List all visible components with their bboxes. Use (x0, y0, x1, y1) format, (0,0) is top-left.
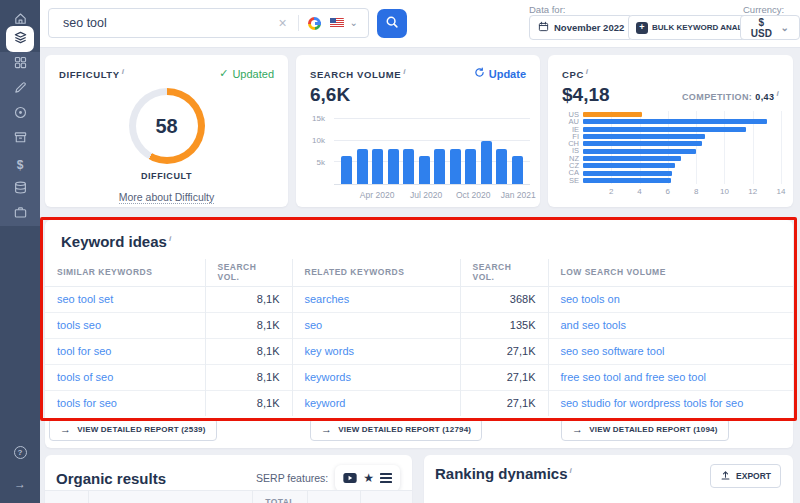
view-detailed-report-similar-button[interactable]: → VIEW DETAILED REPORT (2539) (49, 418, 217, 441)
x-tick-label: 10 (720, 187, 729, 196)
info-icon[interactable]: i (586, 67, 589, 76)
export-button[interactable]: EXPORT (710, 464, 781, 488)
date-picker-button[interactable]: November 2022 (529, 15, 633, 40)
y-tick-label: 10k (312, 136, 325, 145)
plus-square-icon: + (636, 22, 648, 34)
sidebar: $ ? → (0, 0, 40, 503)
organic-results-title: Organic results (56, 470, 166, 487)
table-row: seo tool set 8,1K searches 368K seo tool… (45, 286, 793, 312)
difficulty-gauge: 58 (129, 88, 205, 164)
cpc-row: CZ (562, 162, 781, 169)
search-volume-cell: 8,1K (205, 390, 292, 416)
cpc-row: IS (562, 147, 781, 154)
search-input[interactable] (61, 15, 271, 31)
column-header[interactable]: SIMILAR KEYWORDS (45, 259, 205, 286)
view-detailed-report-related-button[interactable]: → VIEW DETAILED REPORT (12794) (310, 418, 482, 441)
arrow-right-icon: → (60, 424, 71, 435)
x-tick-label: 12 (748, 187, 757, 196)
keyword-link[interactable]: seo (292, 312, 460, 338)
sidebar-item-tracking[interactable] (0, 102, 40, 127)
cpc-bar (583, 171, 672, 176)
star-icon[interactable]: ★ (363, 472, 374, 484)
keyword-link[interactable]: keyword (292, 390, 460, 416)
sidebar-item-editor[interactable] (0, 77, 40, 102)
topbar: × ⌄ Data for: November 2022 + BULK KEYWO… (40, 0, 800, 48)
keyword-link[interactable]: keywords (292, 364, 460, 390)
keyword-link[interactable]: seo tool set (45, 286, 205, 312)
search-volume-cell: 27,1K (460, 364, 548, 390)
column-header[interactable]: SEARCH VOL. (460, 259, 548, 286)
ranking-dynamics-title: Ranking dynamicsi (435, 465, 572, 482)
sidebar-item-help[interactable]: ? (0, 440, 40, 464)
sidebar-item-database[interactable] (0, 177, 40, 202)
video-icon[interactable] (343, 469, 357, 487)
cpc-row: AU (562, 118, 781, 125)
search-volume-cell: 8,1K (205, 286, 292, 312)
database-icon (13, 180, 28, 199)
refresh-icon (474, 67, 485, 80)
update-link[interactable]: Update (474, 67, 526, 80)
cpc-bar (583, 141, 702, 146)
x-tick-label: 2 (609, 187, 613, 196)
cpc-row: SE (562, 177, 781, 184)
cpc-bar (583, 112, 642, 117)
arrow-right-icon: → (321, 424, 332, 435)
table-row: tool for seo 8,1K key words 27,1K seo se… (45, 338, 793, 364)
info-icon[interactable]: i (403, 67, 406, 76)
keyword-link[interactable]: key words (292, 338, 460, 364)
cpc-row: NZ (562, 155, 781, 162)
chevron-down-icon[interactable]: ⌄ (348, 18, 360, 28)
sidebar-item-pricing[interactable]: $ (0, 152, 40, 177)
dollar-icon: $ (17, 159, 24, 171)
x-tick-label: Jan 2021 (501, 190, 536, 200)
organic-results-card: Organic results SERP features: ★ (45, 455, 412, 503)
sidebar-item-keyword-research-active[interactable] (6, 26, 34, 52)
ranking-dynamics-card: Ranking dynamicsi EXPORT (424, 455, 793, 503)
x-tick-label: 8 (694, 187, 698, 196)
info-icon[interactable]: i (122, 67, 125, 76)
info-icon[interactable]: i (570, 466, 572, 475)
us-flag-icon (330, 18, 344, 28)
keyword-link[interactable]: tools of seo (45, 364, 205, 390)
search-volume-cell: 27,1K (460, 390, 548, 416)
export-icon (720, 470, 731, 483)
keyword-link[interactable]: seo tools on (548, 286, 793, 312)
more-about-difficulty-link[interactable]: More about Difficulty (119, 191, 215, 204)
column-header[interactable]: RELATED KEYWORDS (292, 259, 460, 286)
column-header[interactable]: LOW SEARCH VOLUME (548, 259, 793, 286)
keyword-link[interactable]: and seo tools (548, 312, 793, 338)
search-icon (385, 15, 399, 32)
keyword-link[interactable]: tools seo (45, 312, 205, 338)
list-icon[interactable] (380, 469, 392, 487)
search-volume-cell: 27,1K (460, 338, 548, 364)
cpc-chart: USAUIEFICHISNZCZCASE 2468101214 (562, 111, 781, 199)
volume-bar (419, 156, 430, 184)
sidebar-collapse-toggle[interactable]: → (0, 472, 40, 496)
difficulty-level-label: DIFFICULT (45, 171, 288, 181)
sidebar-item-business[interactable] (0, 202, 40, 227)
view-detailed-report-low-volume-button[interactable]: → VIEW DETAILED REPORT (1094) (561, 418, 729, 441)
table-row: tools of seo 8,1K keywords 27,1K free se… (45, 364, 793, 390)
table-header-cell: TOTAL (252, 491, 307, 503)
target-icon (13, 105, 28, 124)
volume-bar (357, 149, 368, 184)
sidebar-item-modules[interactable] (0, 52, 40, 77)
serp-features-pill: ★ (335, 465, 400, 491)
info-icon[interactable]: i (776, 89, 779, 98)
clear-search-icon[interactable]: × (271, 16, 293, 30)
search-button[interactable] (377, 9, 407, 38)
y-tick-label: 5k (317, 158, 325, 167)
keyword-link[interactable]: tools for seo (45, 390, 205, 416)
sidebar-item-archive[interactable] (0, 127, 40, 152)
keyword-link[interactable]: free seo tool and free seo tool (548, 364, 793, 390)
volume-bar (450, 149, 461, 184)
keyword-link[interactable]: seo studio for wordpress tools for seo (548, 390, 793, 416)
pen-icon (13, 80, 28, 99)
info-icon[interactable]: i (169, 234, 171, 243)
column-header[interactable]: SEARCH VOL. (205, 259, 292, 286)
keyword-link[interactable]: tool for seo (45, 338, 205, 364)
keyword-link[interactable]: searches (292, 286, 460, 312)
currency-select[interactable]: $ USD ⌄ (740, 15, 800, 40)
keyword-link[interactable]: seo seo software tool (548, 338, 793, 364)
search-box: × ⌄ (48, 8, 369, 38)
